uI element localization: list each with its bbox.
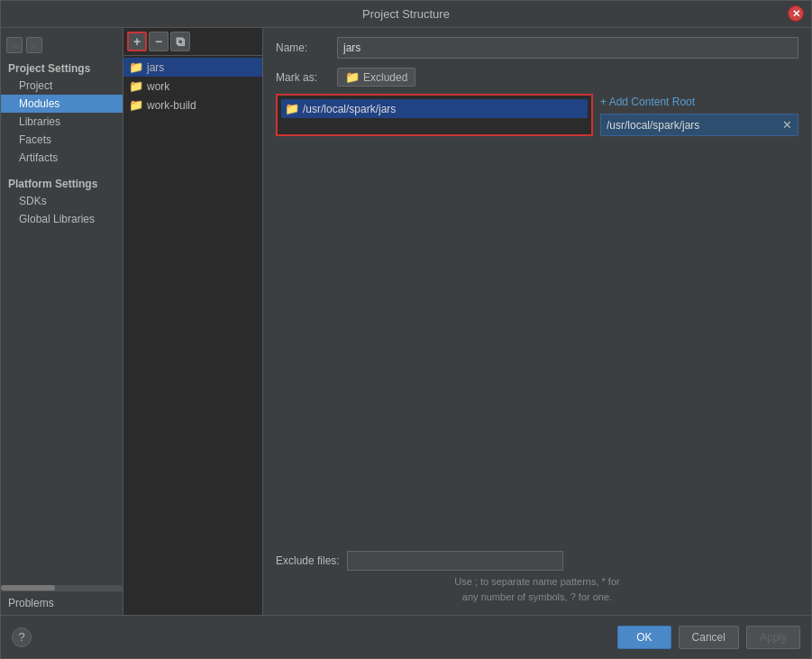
add-module-button[interactable]: +	[127, 32, 147, 51]
module-item-work[interactable]: 📁 work	[123, 77, 262, 96]
ok-button[interactable]: OK	[617, 626, 671, 649]
sidebar: ◀ ▶ Project Settings Project Modules Lib…	[1, 28, 123, 615]
sidebar-item-modules[interactable]: Modules	[1, 95, 123, 113]
module-toolbar: + − ⧉	[123, 28, 262, 56]
main-content: ◀ ▶ Project Settings Project Modules Lib…	[1, 28, 811, 615]
sidebar-item-problems[interactable]: Problems	[1, 590, 123, 615]
close-button[interactable]: ✕	[788, 5, 804, 22]
content-root-label: /usr/local/spark/jars ✕	[600, 114, 798, 136]
module-item-work-build[interactable]: 📁 work-build	[123, 96, 262, 114]
project-settings-label: Project Settings	[1, 59, 123, 77]
remove-module-button[interactable]: −	[149, 32, 169, 51]
folder-icon: 📁	[129, 98, 143, 112]
title-bar: Project Structure ✕	[1, 1, 811, 28]
excluded-button[interactable]: 📁 Excluded	[337, 68, 415, 87]
sidebar-item-artifacts[interactable]: Artifacts	[1, 149, 123, 167]
sidebar-item-sdks[interactable]: SDKs	[1, 192, 123, 210]
module-panel: + − ⧉ 📁 jars 📁 work 📁 work-build	[123, 28, 263, 615]
cancel-button[interactable]: Cancel	[679, 626, 739, 649]
add-content-root-button[interactable]: + Add Content Root	[600, 94, 798, 110]
nav-row: ◀ ▶	[1, 35, 123, 59]
content-root-close[interactable]: ✕	[782, 118, 792, 132]
sidebar-item-facets[interactable]: Facets	[1, 131, 123, 149]
back-button[interactable]: ◀	[6, 37, 23, 53]
apply-button[interactable]: Apply	[746, 626, 800, 649]
exclude-files-label: Exclude files:	[276, 554, 340, 567]
hint-text: Use ; to separate name patterns, * for a…	[276, 574, 798, 606]
excluded-folder-icon: 📁	[345, 70, 360, 84]
module-item-jars[interactable]: 📁 jars	[123, 58, 262, 77]
folder-icon: 📁	[129, 79, 143, 93]
excluded-label: Excluded	[363, 71, 407, 84]
path-folder-icon: 📁	[285, 102, 299, 115]
help-button[interactable]: ?	[12, 627, 32, 647]
content-root-area: 📁 /usr/local/spark/jars + Add Content Ro…	[276, 94, 798, 136]
name-label: Name:	[276, 41, 330, 54]
right-panel: + Add Content Root /usr/local/spark/jars…	[600, 94, 798, 136]
folder-icon: 📁	[129, 60, 143, 74]
platform-settings-label: Platform Settings	[1, 174, 123, 192]
exclude-files-input[interactable]	[347, 551, 563, 571]
forward-button[interactable]: ▶	[26, 37, 42, 53]
path-value: /usr/local/spark/jars	[303, 103, 396, 115]
content-panel: Name: Mark as: 📁 Excluded 📁 /usr/local/s…	[263, 28, 811, 615]
name-input[interactable]	[337, 37, 798, 59]
dialog-title: Project Structure	[362, 7, 450, 21]
bottom-bar: ? OK Cancel Apply	[1, 615, 811, 658]
path-list: 📁 /usr/local/spark/jars	[276, 94, 593, 136]
sidebar-item-project[interactable]: Project	[1, 77, 123, 95]
module-list: 📁 jars 📁 work 📁 work-build	[123, 56, 262, 615]
mark-as-row: Mark as: 📁 Excluded	[276, 68, 798, 87]
bottom-buttons: OK Cancel Apply	[617, 626, 800, 649]
project-structure-dialog: Project Structure ✕ ◀ ▶ Project Settings…	[0, 0, 812, 659]
sidebar-item-libraries[interactable]: Libraries	[1, 113, 123, 131]
mark-as-label: Mark as:	[276, 71, 330, 84]
exclude-files-row: Exclude files:	[276, 551, 798, 571]
content-root-path: /usr/local/spark/jars	[607, 119, 699, 132]
path-item[interactable]: 📁 /usr/local/spark/jars	[281, 99, 588, 118]
sidebar-item-global-libraries[interactable]: Global Libraries	[1, 210, 123, 228]
copy-module-button[interactable]: ⧉	[170, 32, 190, 51]
name-row: Name:	[276, 37, 798, 59]
